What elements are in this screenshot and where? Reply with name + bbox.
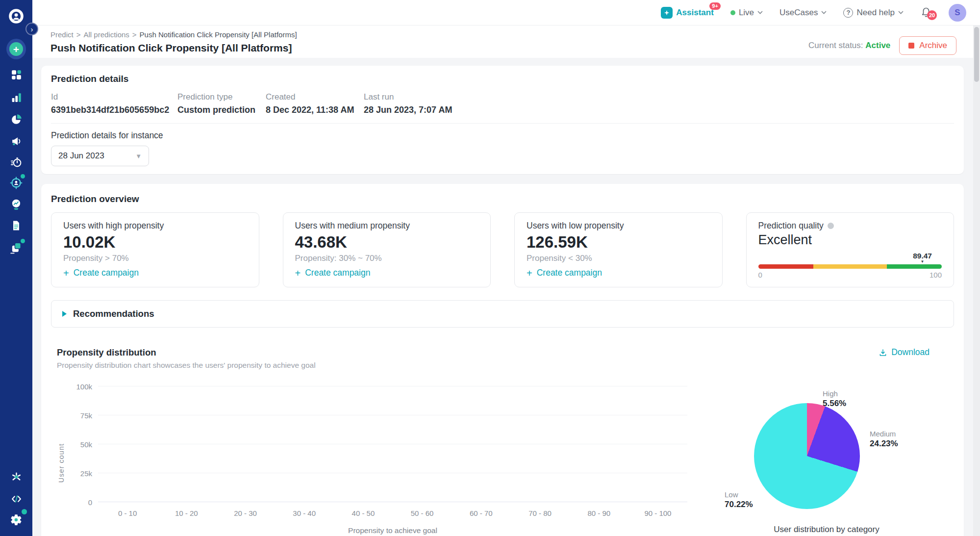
chevron-down-icon: ▼ (135, 153, 142, 160)
field-label: Created (266, 92, 364, 102)
environment-switcher[interactable]: Live (730, 8, 763, 18)
info-icon[interactable] (828, 223, 834, 229)
create-campaign-link[interactable]: + Create campaign (295, 268, 479, 278)
x-tick-label: 70 - 80 (510, 509, 569, 517)
breadcrumb-current: Push Notification Click Propensity [All … (140, 30, 297, 39)
score-marker-icon: ▼ (913, 260, 932, 263)
y-tick-label: 25k (70, 470, 92, 477)
need-help-menu[interactable]: ? Need help (843, 8, 904, 18)
pie-label-medium: Medium 24.23% (870, 430, 898, 449)
card-value: 126.59K (527, 233, 710, 252)
analytics-bars-icon[interactable] (6, 87, 26, 107)
assistant-button[interactable]: Assistant 9+ (661, 7, 714, 19)
topbar: Assistant 9+ Live UseCases ? Need help 2… (32, 0, 980, 26)
card-subtext: Propensity > 70% (63, 254, 247, 263)
create-campaign-link[interactable]: + Create campaign (63, 268, 247, 278)
assistant-icon (661, 7, 673, 19)
prediction-details-title: Prediction details (51, 74, 954, 84)
notification-dot (21, 174, 25, 179)
quality-score: 89.47 (913, 252, 932, 260)
audience-target-icon[interactable] (6, 173, 26, 193)
card-subtext: Propensity < 30% (527, 254, 710, 263)
instance-date-dropdown[interactable]: 28 Jun 2023 ▼ (51, 146, 149, 166)
breadcrumb-all-predictions[interactable]: All predictions (83, 30, 129, 39)
x-axis-title: Propensity to achieve goal (98, 526, 687, 535)
medium-propensity-card: Users with medium propensity 43.68K Prop… (283, 212, 491, 287)
usecases-label: UseCases (779, 8, 818, 18)
x-tick-label: 40 - 50 (334, 509, 393, 517)
status-value: Active (865, 41, 890, 50)
usecases-menu[interactable]: UseCases (779, 8, 827, 18)
scrollbar-thumb[interactable] (974, 27, 979, 82)
y-tick-label: 100k (70, 383, 92, 390)
notification-dot (22, 509, 27, 514)
bar-plot: 025k50k75k100k (98, 386, 687, 502)
gauge-max: 100 (930, 271, 942, 279)
avatar[interactable]: S (949, 4, 966, 22)
gauge-segment (887, 264, 942, 269)
recommendations-expander[interactable]: Recommendations (51, 300, 954, 328)
breadcrumb-predict[interactable]: Predict (50, 30, 74, 39)
card-subtext: Propensity: 30% ~ 70% (295, 254, 479, 263)
x-tick-label: 30 - 40 (275, 509, 334, 517)
x-tick-label: 60 - 70 (452, 509, 510, 517)
create-button[interactable]: + (6, 39, 26, 59)
status-label: Current status: (808, 41, 863, 50)
scrollbar-track[interactable] (973, 26, 980, 536)
archive-button[interactable]: Archive (899, 36, 956, 55)
chevron-down-icon (821, 11, 827, 14)
plus-icon: + (9, 42, 23, 56)
reports-document-icon[interactable] (6, 216, 26, 235)
card-label: Prediction quality (758, 221, 824, 231)
low-propensity-card: Users with low propensity 126.59K Propen… (514, 212, 723, 287)
sidebar-collapse-button[interactable]: › (25, 23, 38, 35)
card-label: Users with low propensity (527, 221, 710, 231)
x-tick-label: 90 - 100 (628, 509, 687, 517)
pie-label-high: High 5.56% (823, 389, 846, 408)
user-distribution-pie-chart: High 5.56% Medium 24.23% Low 70.22% User… (699, 386, 954, 536)
field-label: Prediction type (177, 92, 266, 102)
flows-stopwatch-icon[interactable] (6, 152, 26, 172)
current-status: Current status: Active (808, 41, 890, 51)
create-campaign-link[interactable]: + Create campaign (527, 268, 710, 278)
integrations-hub-icon[interactable] (6, 467, 26, 486)
dropdown-value: 28 Jun 2023 (58, 151, 104, 161)
notification-dot (21, 239, 25, 243)
page-head: Predict > All predictions > Push Notific… (32, 26, 980, 58)
x-axis-labels: 0 - 1010 - 2020 - 3030 - 4040 - 5050 - 6… (98, 509, 687, 517)
prediction-details-panel: Prediction details Id 6391beb314df21b605… (41, 66, 964, 174)
pie-circle (754, 403, 860, 509)
gauge-segment (813, 264, 887, 269)
segments-pie-icon[interactable] (6, 109, 26, 129)
field-label: Last run (364, 92, 452, 102)
moengage-logo-icon[interactable] (6, 6, 26, 26)
plus-icon: + (63, 268, 69, 278)
chevron-down-icon (898, 11, 904, 14)
predict-crystal-ball-icon[interactable] (6, 195, 26, 214)
expand-triangle-icon (62, 311, 67, 317)
y-axis-title: User count (57, 443, 65, 483)
divider (51, 123, 954, 124)
archive-label: Archive (919, 41, 947, 51)
archive-square-icon (908, 43, 914, 49)
dashboard-icon[interactable] (6, 65, 26, 84)
grid-line (98, 473, 687, 473)
card-value: 43.68K (295, 233, 479, 252)
chevron-down-icon (757, 11, 763, 14)
quality-gauge: 89.47 ▼ 0 100 (758, 252, 942, 279)
developer-code-icon[interactable] (6, 489, 26, 509)
gauge-segment (758, 264, 813, 269)
download-link[interactable]: Download (879, 347, 930, 357)
field-value: Custom prediction (177, 105, 266, 115)
notifications-button[interactable]: 20 (920, 6, 932, 20)
gauge-bar (758, 264, 942, 269)
prediction-overview-title: Prediction overview (51, 194, 954, 204)
campaigns-megaphone-icon[interactable] (6, 131, 26, 151)
settings-gear-icon[interactable] (6, 510, 26, 530)
field-value: 8 Dec 2022, 11:38 AM (266, 105, 364, 115)
breadcrumb-separator: > (76, 30, 81, 39)
templates-layers-icon[interactable] (6, 238, 26, 257)
x-tick-label: 10 - 20 (157, 509, 216, 517)
grid-line (98, 444, 687, 444)
x-tick-label: 50 - 60 (393, 509, 452, 517)
